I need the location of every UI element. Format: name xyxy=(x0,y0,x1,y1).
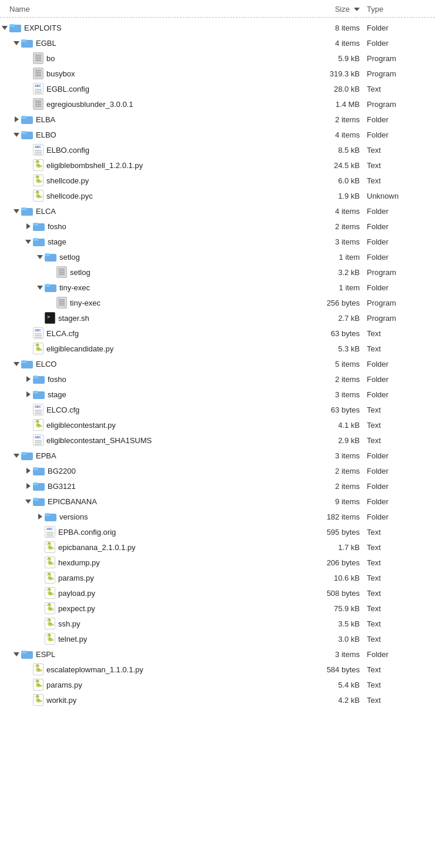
folder-icon xyxy=(33,466,45,475)
item-name-elco-fosho: fosho xyxy=(48,375,66,384)
item-name-elca-cfg: ELCA.cfg xyxy=(46,329,79,338)
tree-toggle-elca-fosho[interactable] xyxy=(24,222,33,231)
item-type-elca-stage-tinyexec: Folder xyxy=(367,283,426,292)
triangle-right-icon xyxy=(26,391,31,397)
tree-toggle-epba[interactable] xyxy=(12,451,21,460)
item-size-eligiblebombshell: 24.5 kB xyxy=(296,161,367,170)
header-size[interactable]: Size xyxy=(335,5,350,14)
tree-toggle-elca-stage-tinyexec[interactable] xyxy=(35,283,45,292)
tree-toggle-elco-fosho[interactable] xyxy=(24,374,33,384)
tree-row-epba-config-orig[interactable]: EPBA.config.orig595 bytesText xyxy=(0,524,435,539)
item-name-elco-sha1: eligiblecontestant_SHA1SUMS xyxy=(46,436,152,445)
tree-row-epba-hexdump[interactable]: hexdump.py206 bytesText xyxy=(0,555,435,570)
item-name-egbl-config: EGBL.config xyxy=(46,85,89,93)
sort-arrow-icon[interactable] xyxy=(354,8,360,11)
tree-row-elca[interactable]: ELCA4 itemsFolder xyxy=(0,203,435,219)
item-size-elca-fosho: 2 items xyxy=(296,222,367,231)
tree-toggle-epba-versions[interactable] xyxy=(35,512,45,521)
tree-row-epba-epicbanana[interactable]: EPICBANANA9 itemsFolder xyxy=(0,494,435,509)
item-name-epba-pexpect: pexpect.py xyxy=(58,604,95,613)
item-name-epba: EPBA xyxy=(36,451,56,460)
tree-row-epba-pexpect[interactable]: pexpect.py75.9 kBText xyxy=(0,601,435,616)
tree-toggle-epba-bg3121[interactable] xyxy=(24,481,33,491)
tree-row-bo[interactable]: bo5.9 kBProgram xyxy=(0,51,435,66)
tree-row-espl-params[interactable]: params.py5.4 kBText xyxy=(0,677,435,692)
item-size-epba-config-orig: 595 bytes xyxy=(296,528,367,537)
tree-row-shellcode-py[interactable]: shellcode.py6.0 kBText xyxy=(0,173,435,188)
tree-row-elbo-config[interactable]: ELBO.config8.5 kBText xyxy=(0,142,435,157)
tree-toggle-exploits[interactable] xyxy=(0,23,9,32)
item-type-elca-eligible: Text xyxy=(367,344,426,353)
folder-icon xyxy=(33,497,45,506)
item-size-epba-versions: 182 items xyxy=(296,512,367,521)
tree-row-elba[interactable]: ELBA2 itemsFolder xyxy=(0,112,435,127)
item-type-epba-params: Text xyxy=(367,574,426,582)
tree-row-elca-stage-setlog-file[interactable]: setlog3.2 kBProgram xyxy=(0,264,435,280)
item-type-elca-stage: Folder xyxy=(367,237,426,246)
tree-row-epba-epicbanana-py[interactable]: epicbanana_2.1.0.1.py1.7 kBText xyxy=(0,539,435,555)
tree-row-elca-stage[interactable]: stage3 itemsFolder xyxy=(0,234,435,249)
item-name-elco-contestant: eligiblecontestant.py xyxy=(46,421,116,430)
tree-toggle-elco-stage[interactable] xyxy=(24,390,33,399)
item-type-shellcode-pyc: Unknown xyxy=(367,192,426,200)
triangle-down-icon xyxy=(14,652,19,656)
tree-row-elco-sha1[interactable]: eligiblecontestant_SHA1SUMS2.9 kBText xyxy=(0,433,435,448)
tree-row-elco[interactable]: ELCO5 itemsFolder xyxy=(0,356,435,371)
tree-row-elca-fosho[interactable]: fosho2 itemsFolder xyxy=(0,219,435,234)
tree-row-elca-eligible[interactable]: eligiblecandidate.py5.3 kBText xyxy=(0,341,435,356)
python-icon xyxy=(33,694,44,706)
item-type-egbl-config: Text xyxy=(367,85,426,93)
item-type-elco: Folder xyxy=(367,360,426,368)
tree-row-epba-payload[interactable]: payload.py508 bytesText xyxy=(0,585,435,601)
tree-toggle-elca-stage-setlog[interactable] xyxy=(35,252,45,262)
tree-row-elca-stage-tinyexec-file[interactable]: tiny-exec256 bytesProgram xyxy=(0,295,435,310)
tree-row-espl-escalate[interactable]: escalateplowman_1.1.0.1.py584 bytesText xyxy=(0,662,435,677)
tree-row-egregiousblunder[interactable]: egregiousblunder_3.0.0.11.4 MBProgram xyxy=(0,96,435,112)
tree-row-shellcode-pyc[interactable]: shellcode.pyc1.9 kBUnknown xyxy=(0,188,435,203)
item-size-busybox: 319.3 kB xyxy=(296,69,367,78)
tree-row-epba-params[interactable]: params.py10.6 kBText xyxy=(0,570,435,585)
tree-row-elco-stage[interactable]: stage3 itemsFolder xyxy=(0,387,435,402)
tree-row-elco-contestant[interactable]: eligiblecontestant.py4.1 kBText xyxy=(0,417,435,433)
tree-row-elco-fosho[interactable]: fosho2 itemsFolder xyxy=(0,371,435,387)
tree-row-espl-workit[interactable]: workit.py4.2 kBText xyxy=(0,692,435,708)
item-type-egregiousblunder: Program xyxy=(367,100,426,109)
header-name[interactable]: Name xyxy=(9,5,30,14)
tree-toggle-elco[interactable] xyxy=(12,359,21,368)
tree-row-epba-versions[interactable]: versions182 itemsFolder xyxy=(0,509,435,524)
tree-row-epba-bg2200[interactable]: BG22002 itemsFolder xyxy=(0,463,435,478)
tree-toggle-epba-epicbanana[interactable] xyxy=(24,497,33,506)
tree-toggle-elba[interactable] xyxy=(12,115,21,124)
tree-row-epba-telnet[interactable]: telnet.py3.0 kBText xyxy=(0,631,435,646)
program-icon xyxy=(33,98,44,110)
item-name-epba-bg2200: BG2200 xyxy=(48,467,76,475)
tree-row-busybox[interactable]: busybox319.3 kBProgram xyxy=(0,66,435,81)
tree-row-epba-bg3121[interactable]: BG31212 itemsFolder xyxy=(0,478,435,494)
tree-row-egbl-config[interactable]: EGBL.config28.0 kBText xyxy=(0,81,435,96)
item-name-elca-stage: stage xyxy=(48,237,66,246)
tree-row-elca-stage-setlog[interactable]: setlog1 itemFolder xyxy=(0,249,435,264)
tree-row-epba[interactable]: EPBA3 itemsFolder xyxy=(0,448,435,463)
tree-toggle-elca[interactable] xyxy=(12,206,21,216)
tree-row-epba-ssh[interactable]: ssh.py3.5 kBText xyxy=(0,616,435,631)
tree-row-espl[interactable]: ESPL3 itemsFolder xyxy=(0,646,435,662)
tree-row-elbo[interactable]: ELBO4 itemsFolder xyxy=(0,127,435,142)
tree-row-elca-stager[interactable]: stager.sh2.7 kBProgram xyxy=(0,310,435,326)
tree-row-egbl[interactable]: EGBL4 itemsFolder xyxy=(0,35,435,51)
tree-toggle-egbl[interactable] xyxy=(12,38,21,48)
folder-icon xyxy=(21,130,33,139)
tree-row-eligiblebombshell[interactable]: eligiblebombshell_1.2.0.1.py24.5 kBText xyxy=(0,157,435,173)
header-type[interactable]: Type xyxy=(367,5,383,14)
tree-row-elco-cfg[interactable]: ELCO.cfg63 bytesText xyxy=(0,402,435,417)
tree-toggle-espl[interactable] xyxy=(12,649,21,659)
file-tree: EXPLOITS8 itemsFolderEGBL4 itemsFolderbo… xyxy=(0,18,435,710)
tree-toggle-elca-stage[interactable] xyxy=(24,237,33,246)
tree-toggle-elbo[interactable] xyxy=(12,130,21,139)
tree-toggle-epba-bg2200[interactable] xyxy=(24,466,33,475)
tree-row-exploits[interactable]: EXPLOITS8 itemsFolder xyxy=(0,20,435,35)
tree-row-elca-stage-tinyexec[interactable]: tiny-exec1 itemFolder xyxy=(0,280,435,295)
item-name-espl-params: params.py xyxy=(46,681,82,689)
folder-icon xyxy=(9,23,21,32)
tree-row-elca-cfg[interactable]: ELCA.cfg63 bytesText xyxy=(0,326,435,341)
folder-icon xyxy=(21,649,33,659)
